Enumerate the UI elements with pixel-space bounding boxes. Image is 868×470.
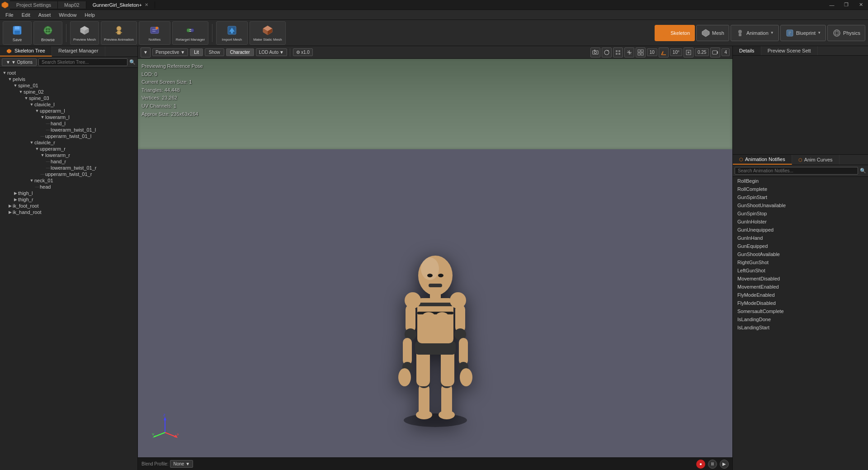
- notify-item-rollbegin[interactable]: RollBegin: [733, 177, 868, 185]
- tree-item-root[interactable]: ▼ root: [0, 70, 137, 76]
- perspective-dropdown[interactable]: Perspective ▼: [152, 48, 188, 56]
- tree-item-neck01[interactable]: ▼ neck_01: [0, 177, 137, 184]
- viewport-menu-button[interactable]: ▼: [141, 47, 151, 57]
- preview-mesh-button[interactable]: Preview Mesh: [70, 21, 99, 45]
- viewport[interactable]: Previewing Reference Pose LOD: 0 Current…: [138, 59, 732, 457]
- tree-item-lowerarm-r[interactable]: ▼ lowerarm_r: [0, 152, 137, 158]
- notify-item-movementenabled[interactable]: MovementEnabled: [733, 283, 868, 291]
- tree-item-spine02[interactable]: ▼ spine_02: [0, 89, 137, 95]
- tree-item-thigh-l[interactable]: ▶ thigh_l: [0, 190, 137, 196]
- tree-expand-clavicle-l[interactable]: ▼: [29, 102, 34, 107]
- menu-help[interactable]: Help: [81, 11, 99, 19]
- lod-auto-button[interactable]: LOD Auto ▼: [256, 48, 287, 56]
- forward-button[interactable]: ▶: [720, 460, 729, 469]
- notify-item-gunspinstop[interactable]: GunSpinStop: [733, 209, 868, 218]
- camera2-icon-button[interactable]: [710, 47, 720, 57]
- retarget-manager-tab[interactable]: Retarget Manager: [52, 46, 105, 57]
- notify-item-rollcomplete[interactable]: RollComplete: [733, 185, 868, 193]
- skeleton-search-input[interactable]: [38, 58, 127, 66]
- menu-window[interactable]: Window: [55, 11, 80, 19]
- animation-notifies-tab[interactable]: ⬡ Animation Notifies: [733, 155, 792, 165]
- make-static-mesh-button[interactable]: Make Static Mesh: [250, 21, 286, 45]
- record-button[interactable]: ●: [696, 460, 705, 469]
- tree-item-spine03[interactable]: ▼ spine_03: [0, 95, 137, 101]
- notify-item-flymodedisabled[interactable]: FlyModeDisabled: [733, 299, 868, 307]
- tree-expand-thigh-r[interactable]: ▶: [13, 197, 18, 202]
- tree-item-pelvis[interactable]: ▼ pelvis: [0, 76, 137, 82]
- angle-10deg-button[interactable]: 10°: [670, 48, 682, 56]
- menu-file[interactable]: File: [2, 11, 17, 19]
- tree-item-thigh-r[interactable]: ▶ thigh_r: [0, 196, 137, 203]
- preview-scene-settings-tab[interactable]: Preview Scene Sett: [761, 46, 818, 55]
- notify-item-gunshootunavailable[interactable]: GunShootUnavailable: [733, 201, 868, 209]
- snap-translate-button[interactable]: [613, 47, 623, 57]
- tree-expand-spine02[interactable]: ▼: [18, 90, 24, 94]
- notify-item-rightgunshot[interactable]: RightGunShot: [733, 258, 868, 266]
- tree-item-upperarm-r[interactable]: ▼ upperarm_r: [0, 146, 137, 152]
- tree-item-upperarm-l[interactable]: ▼ upperarm_l: [0, 108, 137, 114]
- notify-item-islandingdone[interactable]: IsLandingDone: [733, 315, 868, 323]
- anim-curves-tab[interactable]: ⬡ Anim Curves: [792, 155, 840, 165]
- tree-item-lowerarm-twist-l[interactable]: — lowerarm_twist_01_l: [0, 127, 137, 133]
- close-button[interactable]: ✕: [854, 0, 868, 10]
- notify-item-flymodeenabled[interactable]: FlyModeEnabled: [733, 291, 868, 299]
- tree-item-clavicle-l[interactable]: ▼ clavicle_l: [0, 101, 137, 108]
- notify-item-movementdisabled[interactable]: MovementDisabled: [733, 275, 868, 283]
- animation-mode-button[interactable]: Animation ▼: [731, 25, 779, 41]
- menu-edit[interactable]: Edit: [18, 11, 34, 19]
- tree-expand-lowerarm-r[interactable]: ▼: [40, 153, 45, 157]
- tree-item-spine01[interactable]: ▼ spine_01: [0, 82, 137, 89]
- grid-size-10-button[interactable]: 10: [647, 48, 657, 56]
- blend-profile-dropdown[interactable]: None ▼: [170, 460, 193, 468]
- tree-item-hand-l[interactable]: — hand_l: [0, 120, 137, 127]
- skeleton-tree-tab[interactable]: Skeleton Tree: [0, 46, 52, 57]
- tree-expand-clavicle-r[interactable]: ▼: [29, 140, 34, 145]
- details-tab[interactable]: Details: [733, 46, 761, 55]
- tree-item-lowerarm-twist-r[interactable]: — lowerarm_twist_01_r: [0, 165, 137, 171]
- browse-button[interactable]: Browse: [33, 21, 62, 45]
- menu-asset[interactable]: Asset: [35, 11, 55, 19]
- camera-4-button[interactable]: 4: [722, 48, 730, 56]
- notify-item-guninhand[interactable]: GunInHand: [733, 234, 868, 242]
- tree-item-ik-hand-root[interactable]: ▶ ik_hand_root: [0, 209, 137, 215]
- title-tab-project-settings[interactable]: Project Settings: [10, 1, 58, 9]
- tree-expand-lowerarm-l[interactable]: ▼: [40, 115, 45, 119]
- tree-options-button[interactable]: ▼ ▼ Options: [2, 58, 37, 66]
- rotate-icon-button[interactable]: [602, 47, 612, 57]
- tree-item-head[interactable]: — head: [0, 184, 137, 190]
- tree-expand-spine03[interactable]: ▼: [24, 96, 29, 100]
- save-button[interactable]: Save: [3, 21, 32, 45]
- scale-icon-button2[interactable]: [684, 47, 693, 57]
- tab-close-icon[interactable]: ✕: [145, 2, 148, 7]
- tree-expand-upperarm-r[interactable]: ▼: [34, 147, 40, 151]
- tree-item-lowerarm-l[interactable]: ▼ lowerarm_l: [0, 114, 137, 120]
- title-tab-map02[interactable]: Map02: [58, 1, 86, 9]
- character-button[interactable]: Character: [226, 48, 254, 56]
- notify-item-islandingstart[interactable]: IsLandingStart: [733, 323, 868, 332]
- retarget-manager-button[interactable]: Retarget Manager: [172, 21, 208, 45]
- import-mesh-button[interactable]: Import Mesh: [216, 21, 248, 45]
- minimize-button[interactable]: —: [825, 0, 839, 10]
- notify-item-gunshootavailable[interactable]: GunShootAvailable: [733, 250, 868, 258]
- tree-expand-root[interactable]: ▼: [2, 71, 7, 75]
- maximize-button[interactable]: ❐: [839, 0, 854, 10]
- tree-expand-spine01[interactable]: ▼: [13, 83, 18, 88]
- anim-notifies-button[interactable]: Notifies: [139, 21, 170, 45]
- preview-animation-button[interactable]: Preview Animation: [101, 21, 137, 45]
- grid-icon-button[interactable]: [636, 47, 646, 57]
- tree-expand-thigh-l[interactable]: ▶: [13, 191, 18, 195]
- camera-icon-button[interactable]: [590, 47, 600, 57]
- notify-item-gunequipped[interactable]: GunEquipped: [733, 242, 868, 250]
- tree-item-hand-r[interactable]: — hand_r: [0, 158, 137, 165]
- title-tab-skeleton[interactable]: GunnerGirl_Skeleton+ ✕: [86, 1, 155, 9]
- mesh-mode-button[interactable]: Mesh: [696, 25, 729, 41]
- tree-item-upperarm-twist-l[interactable]: — upperarm_twist_01_l: [0, 133, 137, 139]
- angle-icon-button[interactable]: [659, 47, 669, 57]
- notifies-search-input[interactable]: [735, 167, 858, 175]
- tree-expand-ik-hand-root[interactable]: ▶: [7, 210, 13, 214]
- lit-button[interactable]: Lit: [190, 48, 203, 56]
- tree-item-upperarm-twist-r[interactable]: — upperarm_twist_01_r: [0, 171, 137, 177]
- show-button[interactable]: Show: [205, 48, 224, 56]
- notify-item-gununequipped[interactable]: GunUnequipped: [733, 226, 868, 234]
- physics-mode-button[interactable]: Physics: [827, 25, 865, 41]
